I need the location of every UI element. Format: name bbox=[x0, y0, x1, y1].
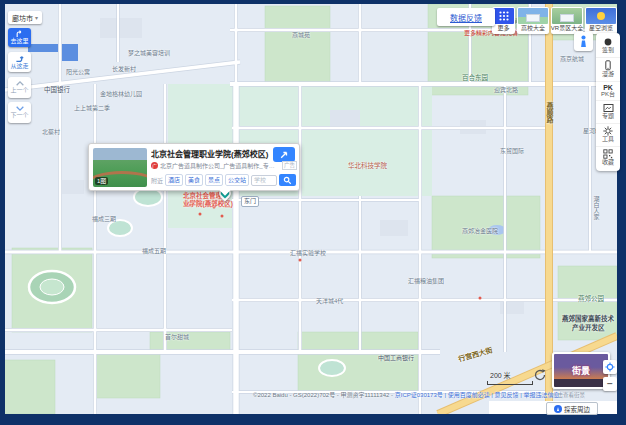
layers-more-button[interactable]: 更多 bbox=[492, 7, 515, 34]
attribution-links[interactable]: 京ICP证030173号 | 使用百度前必读 | 意见反馈 | 举报违法信息 bbox=[395, 392, 560, 398]
photo-count-badge: 1图 bbox=[95, 177, 108, 185]
ad-text: 北京广告道具制作公司_广告道具制作_专业定制 bbox=[160, 161, 280, 170]
next-label: 下一个 bbox=[10, 112, 28, 119]
favorites-tool[interactable]: 收藏 bbox=[596, 147, 620, 169]
city-selector[interactable]: 廊坊市 ▾ bbox=[8, 11, 42, 24]
gate-label: 东门 bbox=[241, 196, 259, 207]
layer-campus-button[interactable]: 高校大全 bbox=[517, 7, 549, 34]
search-icon bbox=[283, 176, 292, 185]
zoom-out-button[interactable]: − bbox=[603, 377, 617, 391]
go-here-button[interactable]: 去这里 bbox=[8, 28, 31, 47]
chip-sights[interactable]: 景点 bbox=[205, 174, 223, 185]
night-thumbnail bbox=[586, 8, 616, 24]
previous-label: 上一个 bbox=[10, 87, 28, 94]
explore-nearby-button[interactable]: 探索周边 bbox=[546, 402, 598, 415]
topics-tool[interactable]: 专题 bbox=[596, 101, 620, 124]
route-arrow-icon bbox=[15, 30, 24, 38]
checkin-dot-icon bbox=[603, 37, 613, 47]
explore-label: 探索周边 bbox=[564, 404, 590, 414]
nearby-search-input[interactable] bbox=[251, 175, 277, 186]
tool-label: 收藏 bbox=[602, 159, 614, 167]
previous-button[interactable]: 上一个 bbox=[8, 77, 31, 98]
map-canvas[interactable] bbox=[5, 4, 617, 414]
layer-switcher: 更多 高校大全 VR景区大全 星空浏览 bbox=[492, 7, 617, 34]
scale-text: 200 米 bbox=[490, 370, 511, 380]
scale-bar bbox=[487, 381, 533, 385]
tool-label: 签到 bbox=[602, 47, 614, 55]
pegman-icon bbox=[578, 35, 589, 48]
compass-icon bbox=[554, 405, 562, 413]
chevron-down-icon: ▾ bbox=[35, 14, 38, 21]
picture-frame-icon bbox=[603, 103, 614, 113]
qr-code-icon bbox=[603, 149, 613, 159]
nearby-search-button[interactable] bbox=[279, 174, 296, 186]
chip-food[interactable]: 美食 bbox=[185, 174, 203, 185]
tool-label: PK台 bbox=[601, 91, 615, 99]
poi-title[interactable]: 北京社会管理职业学院(燕郊校区) bbox=[151, 148, 273, 159]
sun-icon bbox=[597, 12, 605, 20]
nearby-label: 附近 bbox=[151, 176, 163, 185]
roam-tool[interactable]: 漫游 bbox=[596, 58, 620, 82]
chevron-down-icon bbox=[15, 105, 25, 112]
panorama-pegman-button[interactable] bbox=[574, 32, 593, 51]
tool-label: 工具 bbox=[602, 136, 614, 144]
poi-photo[interactable]: 1图 bbox=[93, 148, 147, 187]
next-button[interactable]: 下一个 bbox=[8, 102, 31, 123]
checkin-tool[interactable]: 签到 bbox=[596, 35, 620, 58]
feedback-link-button[interactable]: 数据反馈 bbox=[437, 8, 495, 26]
campus-thumbnail bbox=[518, 8, 548, 24]
ad-badge-icon: 广 bbox=[151, 162, 158, 169]
nearby-row: 附近 酒店 美食 景点 公交站 bbox=[151, 174, 297, 186]
rotate-icon bbox=[533, 368, 547, 382]
map-basemap bbox=[5, 4, 617, 414]
streetview-label: 街景 bbox=[572, 364, 590, 377]
tool-label: 漫游 bbox=[602, 71, 614, 79]
gear-icon bbox=[603, 126, 613, 136]
layer-vr-button[interactable]: VR景区大全 bbox=[551, 7, 583, 34]
city-name: 廊坊市 bbox=[12, 13, 33, 23]
direction-arrow-icon bbox=[279, 150, 289, 160]
poi-popup-card: 1图 北京社会管理职业学院(燕郊校区) 广 北京广告道具制作公司_广告道具制作_… bbox=[88, 143, 300, 191]
ad-tag: 广告 bbox=[282, 161, 297, 170]
layer-night-button[interactable]: 星空浏览 bbox=[585, 7, 617, 34]
rotate-control[interactable] bbox=[532, 367, 548, 383]
directions-button[interactable] bbox=[273, 147, 295, 162]
ad-row[interactable]: 广 北京广告道具制作公司_广告道具制作_专业定制 广告 bbox=[151, 161, 297, 170]
chip-hotel[interactable]: 酒店 bbox=[165, 174, 183, 185]
layer-label: 高校大全 bbox=[521, 24, 545, 33]
map-window: 中国银行阳光公寓长发新村梦之城美容培训金地格林幼儿园上上城第二季北蔡村福成三期福… bbox=[0, 0, 626, 425]
map-attribution: ©2022 Baidu - GS(2022)702号 - 甲测资字1111134… bbox=[253, 390, 559, 399]
streetview-thumbnail[interactable]: 街景 bbox=[552, 352, 610, 389]
tools-tool[interactable]: 工具 bbox=[596, 124, 620, 147]
pan-control-button[interactable] bbox=[603, 360, 617, 374]
from-here-label: 从这走 bbox=[10, 63, 28, 70]
chip-busstop[interactable]: 公交站 bbox=[225, 174, 249, 185]
layer-label: 星空浏览 bbox=[589, 24, 613, 33]
crosshair-icon bbox=[605, 362, 615, 372]
route-arrow-icon bbox=[15, 54, 24, 63]
go-here-label: 去这里 bbox=[10, 38, 28, 45]
attribution-text: ©2022 Baidu - GS(2022)702号 - 甲测资字1111134… bbox=[253, 392, 395, 398]
tool-label: 专题 bbox=[602, 113, 614, 121]
grid-dots-icon bbox=[493, 8, 514, 24]
layer-label: 更多 bbox=[497, 24, 509, 33]
pk-tool[interactable]: PK PK台 bbox=[596, 82, 620, 102]
phone-icon bbox=[603, 60, 613, 71]
vr-thumbnail bbox=[552, 8, 582, 24]
pk-icon: PK bbox=[603, 84, 613, 91]
from-here-button[interactable]: 从这走 bbox=[8, 52, 31, 72]
right-toolbar: 签到 漫游 PK PK台 专题 bbox=[596, 33, 620, 171]
